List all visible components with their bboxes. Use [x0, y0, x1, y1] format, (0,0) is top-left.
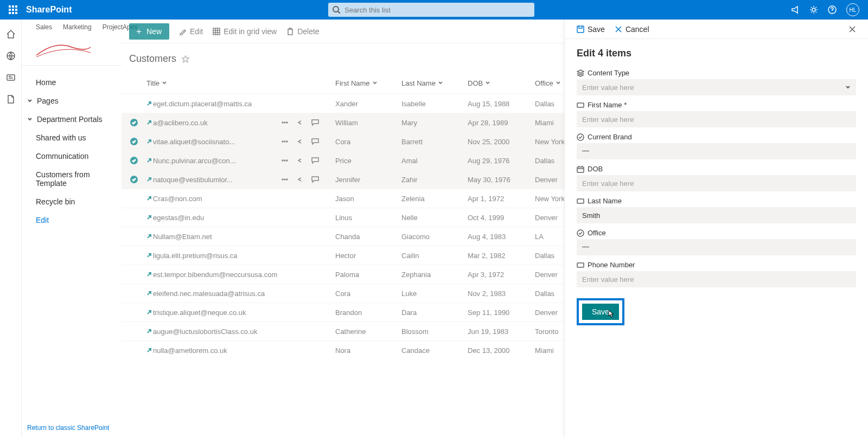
row-dob: May 30, 1976	[468, 176, 535, 184]
new-button[interactable]: ＋New	[129, 23, 169, 40]
grid-icon	[213, 28, 220, 35]
row-lastname: Candace	[401, 346, 468, 355]
row-lastname: Luke	[401, 290, 468, 298]
megaphone-icon[interactable]	[791, 5, 800, 14]
hub-link[interactable]: Sales	[36, 23, 52, 31]
comment-icon[interactable]	[311, 138, 319, 145]
share-icon[interactable]	[296, 138, 304, 145]
nav-edit[interactable]: Edit	[22, 211, 122, 229]
phone-input[interactable]	[577, 271, 856, 287]
col-title[interactable]: Title	[146, 79, 281, 87]
panel-save[interactable]: Save	[577, 25, 605, 34]
comment-icon[interactable]	[311, 119, 319, 126]
lastname-input[interactable]	[577, 207, 856, 223]
chevron-down-icon	[845, 85, 851, 90]
panel-close[interactable]	[848, 25, 856, 33]
share-icon[interactable]	[296, 176, 304, 183]
nav-customers-template[interactable]: Customers from Template	[22, 165, 122, 192]
field-label: DOB	[588, 165, 603, 173]
edit-command[interactable]: Edit	[179, 27, 203, 36]
svg-point-9	[282, 141, 283, 142]
nav-home[interactable]: Home	[22, 73, 122, 92]
row-title: Cras@non.com	[153, 195, 202, 203]
left-rail	[0, 20, 22, 437]
save-highlight: Save	[577, 298, 624, 325]
text-icon	[577, 261, 584, 269]
edit-panel: Save Cancel Edit 4 items Content Type Fi…	[564, 20, 868, 437]
site-logo[interactable]	[22, 33, 122, 65]
firstname-input[interactable]	[577, 111, 856, 127]
svg-point-8	[286, 122, 288, 123]
panel-heading: Edit 4 items	[577, 39, 856, 63]
grid-edit-command[interactable]: Edit in grid view	[213, 27, 277, 36]
text-icon	[577, 197, 584, 205]
row-firstname: William	[335, 119, 401, 127]
more-icon[interactable]	[281, 157, 289, 164]
svg-point-13	[284, 160, 285, 161]
svg-point-10	[284, 141, 285, 142]
svg-point-1	[812, 8, 815, 11]
dob-input[interactable]	[577, 175, 856, 191]
help-icon[interactable]	[828, 5, 837, 14]
comment-icon[interactable]	[311, 176, 319, 183]
row-firstname: Jason	[335, 195, 401, 203]
row-lastname: Cailin	[401, 252, 468, 260]
delete-command[interactable]: Delete	[286, 27, 319, 36]
suite-bar: SharePoint HL	[0, 0, 868, 20]
panel-cancel[interactable]: Cancel	[615, 25, 649, 34]
svg-rect-22	[577, 199, 584, 203]
row-lastname: Zephania	[401, 271, 468, 279]
row-lastname: Giacomo	[401, 233, 468, 241]
hub-link[interactable]: Marketing	[63, 23, 92, 31]
row-title: natoque@vestibulumlor...	[153, 176, 233, 184]
col-firstname[interactable]: First Name	[335, 79, 401, 87]
svg-point-12	[282, 160, 283, 161]
row-title: est.tempor.bibendum@neccursusa.com	[153, 271, 277, 279]
comment-icon[interactable]	[311, 157, 319, 164]
svg-point-16	[284, 179, 285, 180]
row-dob: Nov 2, 1983	[468, 290, 535, 298]
content-type-select[interactable]	[577, 79, 856, 95]
svg-point-17	[286, 179, 288, 180]
search-input[interactable]	[344, 6, 530, 14]
share-icon[interactable]	[296, 119, 304, 126]
row-title: tristique.aliquet@neque.co.uk	[153, 309, 246, 317]
nav-shared[interactable]: Shared with us	[22, 128, 122, 147]
text-icon	[577, 101, 584, 109]
x-icon	[615, 25, 622, 33]
globe-icon[interactable]	[6, 51, 16, 61]
field-label: Current Brand	[588, 133, 632, 141]
gear-icon[interactable]	[809, 5, 818, 14]
row-title: Nullam@Etiam.net	[153, 233, 212, 241]
link-arrow-icon	[146, 348, 152, 353]
row-title: a@aclibero.co.uk	[153, 119, 208, 127]
more-icon[interactable]	[281, 138, 289, 145]
nav-recycle-bin[interactable]: Recycle bin	[22, 192, 122, 211]
nav-department-portals[interactable]: Department Portals	[22, 110, 122, 128]
col-dob[interactable]: DOB	[468, 79, 535, 87]
link-arrow-icon	[146, 253, 152, 258]
share-icon[interactable]	[296, 157, 304, 164]
classic-link[interactable]: Return to classic SharePoint	[22, 424, 122, 437]
nav-pages[interactable]: Pages	[22, 92, 122, 110]
col-lastname[interactable]: Last Name	[401, 79, 468, 87]
avatar[interactable]: HL	[846, 3, 859, 16]
row-dob: Nov 25, 2000	[468, 138, 535, 146]
app-launcher-icon[interactable]	[0, 5, 26, 14]
more-icon[interactable]	[281, 119, 289, 126]
nav-communication[interactable]: Communication	[22, 147, 122, 165]
field-label: Office	[588, 229, 606, 237]
pencil-icon	[179, 28, 187, 35]
home-icon[interactable]	[6, 29, 16, 39]
search-box[interactable]	[328, 3, 534, 17]
currentbrand-value[interactable]: —	[577, 143, 856, 159]
favorite-icon[interactable]	[182, 55, 189, 63]
svg-rect-18	[577, 26, 584, 33]
more-icon[interactable]	[281, 176, 289, 183]
field-label: First Name *	[588, 101, 627, 109]
news-icon[interactable]	[6, 73, 16, 82]
row-dob: Oct 4, 1999	[468, 214, 535, 222]
office-value[interactable]: —	[577, 239, 856, 255]
save-button[interactable]: Save	[582, 304, 619, 320]
file-icon[interactable]	[6, 94, 16, 104]
